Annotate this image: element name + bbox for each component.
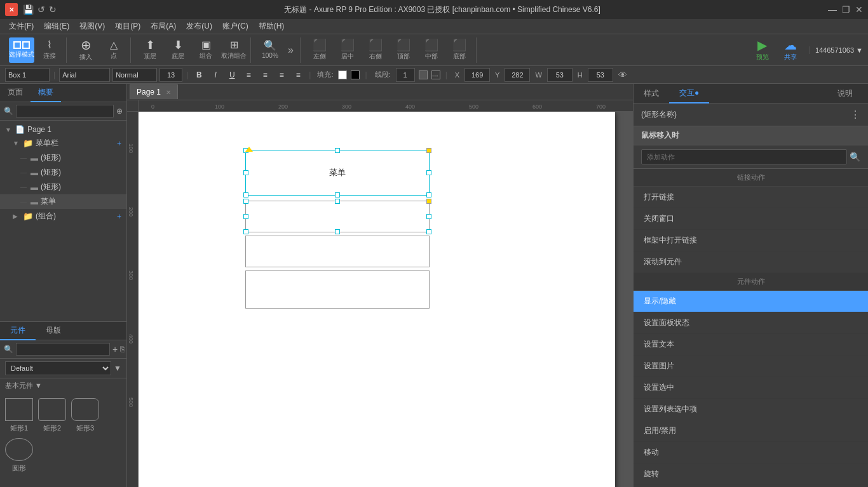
canvas-scroll[interactable]: 0 100 200 300 400 500 600 700 100 200 30…: [127, 100, 633, 487]
style-selector[interactable]: [112, 68, 157, 82]
align-left-text-button[interactable]: ≡: [241, 68, 255, 82]
group-button[interactable]: ▣ 组合: [193, 37, 219, 63]
minimize-button[interactable]: —: [828, 4, 837, 15]
y-value-input[interactable]: [505, 68, 530, 82]
align-bottom-button[interactable]: ⬛ 底部: [447, 37, 472, 63]
component-library-select[interactable]: Default: [5, 361, 111, 375]
handle-tc-2[interactable]: [335, 199, 340, 204]
canvas-box3[interactable]: [245, 270, 430, 309]
action-set-list-item[interactable]: 设置列表选中项: [634, 399, 868, 420]
menubar-item-7[interactable]: 帮助(H): [254, 20, 290, 33]
handle-br-2[interactable]: [426, 229, 431, 234]
tree-item-page1[interactable]: ▼ 📄 Page 1: [0, 123, 126, 136]
tab-notes[interactable]: 说明: [827, 84, 863, 103]
action-enable-disable[interactable]: 启用/禁用: [634, 420, 868, 442]
align-right-button[interactable]: ⬛ 右侧: [363, 37, 388, 63]
w-value-input[interactable]: [547, 68, 573, 82]
action-close-window[interactable]: 关闭窗口: [634, 208, 868, 230]
canvas-box2[interactable]: [245, 236, 430, 267]
outline-add-icon[interactable]: ⊕: [116, 107, 123, 116]
fill-color-box2[interactable]: [351, 70, 360, 79]
preview-button[interactable]: ▶ 预览: [750, 37, 775, 63]
share-button[interactable]: ☁ 共享: [778, 37, 803, 63]
tab-interaction[interactable]: 交互●: [669, 84, 709, 103]
action-rotate[interactable]: 旋转: [634, 464, 868, 485]
add-action-input[interactable]: [641, 149, 847, 164]
group-add-icon[interactable]: +: [117, 212, 121, 221]
rotation-handle[interactable]: [426, 148, 431, 153]
tab-components[interactable]: 元件: [0, 322, 36, 340]
zoom-button[interactable]: 🔍 100%: [257, 37, 283, 63]
bold-button[interactable]: B: [192, 68, 206, 82]
align-center-button[interactable]: ⬛ 居中: [335, 37, 360, 63]
tree-item-menu[interactable]: — ▬ 菜单: [0, 194, 126, 209]
handle-tc[interactable]: [335, 148, 340, 153]
outline-search-input[interactable]: [16, 105, 114, 117]
expand-icon[interactable]: »: [285, 43, 296, 57]
more-button[interactable]: ⋮: [850, 109, 860, 121]
menubar-item-1[interactable]: 编辑(E): [39, 20, 74, 33]
menubar-item-6[interactable]: 账户(C): [217, 20, 254, 33]
user-id[interactable]: 1446571063 ▼: [810, 46, 863, 54]
tab-style[interactable]: 样式: [634, 84, 669, 103]
tab-outline[interactable]: 概要: [31, 84, 61, 102]
close-tab-icon[interactable]: ✕: [166, 89, 171, 96]
handle-tl-2[interactable]: [243, 199, 248, 204]
menubar-item-5[interactable]: 发布(U): [181, 20, 217, 33]
tab-pages[interactable]: 页面: [0, 84, 31, 102]
canvas[interactable]: 菜单: [139, 112, 615, 487]
stroke-color-box[interactable]: [419, 70, 428, 79]
italic-button[interactable]: I: [208, 68, 222, 82]
handle-mr-2[interactable]: [426, 214, 431, 219]
element-name-input[interactable]: [5, 68, 50, 82]
action-set-text[interactable]: 设置文本: [634, 334, 868, 356]
component-search-input[interactable]: [16, 343, 110, 356]
point-button[interactable]: △ 点: [101, 37, 126, 63]
component-add-icon[interactable]: +: [112, 344, 118, 354]
select-mode-button[interactable]: 选择模式: [9, 37, 34, 63]
align-middle-button[interactable]: ⬛ 中部: [419, 37, 444, 63]
ungroup-button[interactable]: ⊞ 取消组合: [221, 37, 247, 63]
font-size-input[interactable]: [159, 68, 182, 82]
tree-item-rect2[interactable]: — ▬ (矩形): [0, 165, 126, 180]
stroke-width-input[interactable]: [396, 68, 415, 82]
align-justify-text-button[interactable]: ≡: [291, 68, 305, 82]
action-show-hide[interactable]: 显示/隐藏: [634, 291, 868, 312]
font-selector[interactable]: [59, 68, 110, 82]
handle-bl[interactable]: [243, 192, 248, 197]
handle-br[interactable]: [426, 192, 431, 197]
tab-masters[interactable]: 母版: [36, 322, 71, 340]
x-value-input[interactable]: [465, 68, 490, 82]
top-layer-button[interactable]: ⬆ 顶层: [137, 37, 163, 63]
align-center-text-button[interactable]: ≡: [258, 68, 272, 82]
title-save-icon[interactable]: 💾: [23, 4, 34, 15]
menu-element-selected[interactable]: 菜单: [245, 150, 430, 196]
h-value-input[interactable]: [588, 68, 613, 82]
component-rect2[interactable]: 矩形2: [38, 398, 66, 433]
tree-item-rect3[interactable]: — ▬ (矩形): [0, 180, 126, 194]
menubar-item-0[interactable]: 文件(F): [4, 20, 39, 33]
handle-tr-2[interactable]: [426, 199, 431, 204]
underline-button[interactable]: U: [225, 68, 239, 82]
action-set-image[interactable]: 设置图片: [634, 356, 868, 377]
action-open-link[interactable]: 打开链接: [634, 187, 868, 208]
canvas-box1[interactable]: [245, 201, 430, 232]
insert-button[interactable]: ⊕ 插入: [73, 37, 98, 63]
handle-ml-2[interactable]: [243, 214, 248, 219]
connect-button[interactable]: ⌇ 连接: [37, 37, 62, 63]
handle-bc-2[interactable]: [335, 229, 340, 234]
menubar-item-4[interactable]: 布局(A): [146, 20, 181, 33]
align-left-button[interactable]: ⬛ 左侧: [307, 37, 332, 63]
title-redo-icon[interactable]: ↻: [49, 4, 57, 15]
tree-item-rect1[interactable]: — ▬ (矩形): [0, 150, 126, 165]
menubar-item-2[interactable]: 视图(V): [74, 20, 110, 33]
action-scroll-to[interactable]: 滚动到元件: [634, 251, 868, 273]
handle-mr[interactable]: [426, 170, 431, 175]
align-right-text-button[interactable]: ≡: [275, 68, 288, 82]
stroke-style-box[interactable]: ···: [431, 70, 440, 79]
component-circle[interactable]: 圆形: [5, 438, 33, 473]
component-rect1[interactable]: 矩形1: [5, 398, 33, 433]
visibility-icon[interactable]: 👁: [618, 70, 627, 80]
tree-item-menubar[interactable]: ▼ 📁 菜单栏 +: [0, 136, 126, 150]
action-open-in-frame[interactable]: 框架中打开链接: [634, 230, 868, 251]
